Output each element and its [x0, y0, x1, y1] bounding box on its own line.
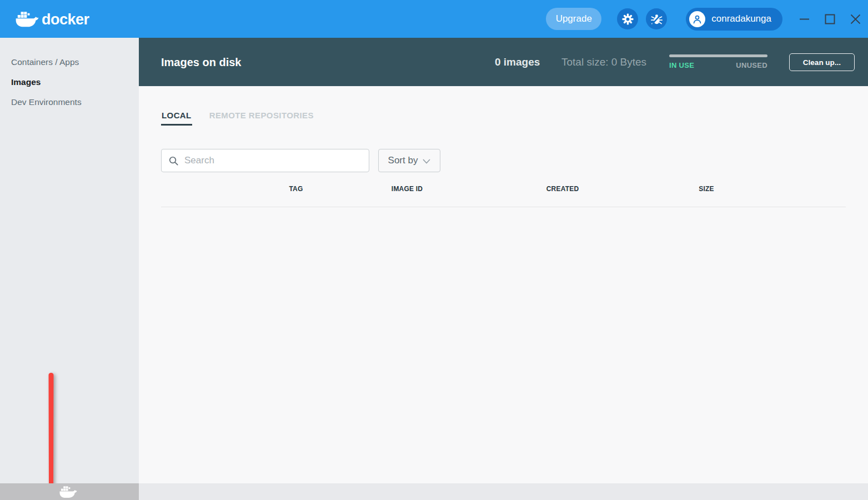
search-icon — [168, 156, 179, 166]
bug-slash-icon — [650, 13, 663, 26]
sidebar-item-containers-apps[interactable]: Containers / Apps — [0, 52, 139, 72]
close-button[interactable] — [842, 6, 868, 32]
in-use-label: IN USE — [669, 61, 694, 69]
minimize-icon — [799, 14, 810, 24]
search-input[interactable] — [184, 155, 362, 166]
unused-label: UNUSED — [736, 61, 767, 69]
sidebar: Containers / Apps Images Dev Environment… — [0, 38, 139, 483]
page-title: Images on disk — [161, 56, 242, 68]
user-avatar-icon — [689, 11, 705, 27]
images-toolbar: Sort by — [161, 149, 440, 172]
images-header: Images on disk 0 images Total size: 0 By… — [139, 38, 868, 86]
column-header-image-id: IMAGE ID — [392, 185, 423, 193]
column-header-created: CREATED — [546, 185, 579, 193]
table-divider — [161, 207, 846, 207]
minimize-button[interactable] — [791, 6, 817, 32]
troubleshoot-button[interactable] — [646, 8, 667, 29]
docker-whale-icon — [16, 9, 39, 28]
settings-button[interactable] — [617, 8, 638, 29]
usage-bar — [669, 54, 767, 57]
close-icon — [850, 14, 861, 24]
tab-bar: LOCAL REMOTE REPOSITORIES — [161, 111, 314, 126]
clean-up-button[interactable]: Clean up... — [789, 53, 855, 71]
tab-remote-repositories[interactable]: REMOTE REPOSITORIES — [209, 111, 314, 126]
sidebar-item-dev-environments[interactable]: Dev Environments — [0, 92, 139, 112]
images-main-panel: LOCAL REMOTE REPOSITORIES Sort by TAG IM… — [139, 86, 868, 483]
username-label: conradakunga — [711, 13, 771, 24]
upgrade-button[interactable]: Upgrade — [546, 8, 601, 30]
tab-local[interactable]: LOCAL — [161, 111, 192, 126]
sidebar-item-images[interactable]: Images — [0, 72, 139, 92]
total-size: Total size: 0 Bytes — [561, 56, 646, 68]
docker-brand: docker — [16, 9, 89, 28]
chevron-down-icon — [423, 159, 430, 164]
maximize-button[interactable] — [817, 6, 842, 32]
docker-whale-footer-icon[interactable] — [59, 485, 77, 498]
search-box[interactable] — [161, 149, 369, 172]
title-bar: docker Upgrade — [0, 0, 868, 38]
brand-wordmark: docker — [42, 11, 89, 28]
images-table-header: TAG IMAGE ID CREATED SIZE — [139, 185, 868, 195]
maximize-icon — [825, 14, 835, 24]
red-down-arrow-annotation — [33, 368, 72, 500]
window-controls — [791, 6, 868, 32]
sort-by-button[interactable]: Sort by — [378, 149, 440, 172]
sort-by-label: Sort by — [388, 155, 418, 166]
gear-icon — [621, 13, 634, 26]
status-bar — [139, 483, 868, 500]
image-count: 0 images — [495, 56, 540, 68]
column-header-tag: TAG — [289, 185, 303, 193]
sidebar-footer-whale-bar — [0, 483, 139, 500]
column-header-size: SIZE — [699, 185, 714, 193]
disk-usage-widget: IN USE UNUSED — [669, 54, 767, 69]
account-button[interactable]: conradakunga — [686, 8, 782, 31]
